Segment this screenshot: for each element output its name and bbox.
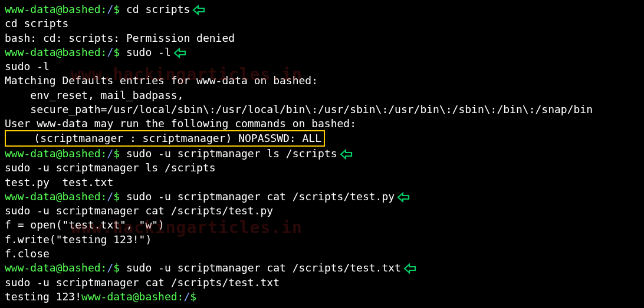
- prompt-user: www-data@bashed: [5, 190, 101, 203]
- terminal-output: bash: cd: scripts: Permission denied: [5, 31, 639, 45]
- terminal-output-highlighted: (scriptmanager : scriptmanager) NOPASSWD…: [5, 131, 639, 147]
- prompt-user: www-data@bashed: [81, 290, 178, 303]
- terminal-line: www-data@bashed:/$ sudo -l: [5, 45, 639, 59]
- cmd-sudo-l: sudo -l: [126, 46, 171, 58]
- prompt-colon: :: [101, 190, 107, 203]
- prompt-user: www-data@bashed: [5, 261, 101, 274]
- prompt-path: /: [107, 147, 113, 160]
- prompt-path: /: [107, 261, 113, 274]
- cmd-cat-txt: sudo -u scriptmanager cat /scripts/test.…: [126, 261, 401, 274]
- terminal-output: f.write("testing 123!"): [5, 233, 639, 247]
- terminal-output: sudo -u scriptmanager ls /scripts: [5, 161, 639, 175]
- prompt-dollar: $: [113, 147, 126, 160]
- prompt-colon: :: [101, 3, 107, 15]
- terminal-output: test.py test.txt: [5, 175, 639, 190]
- terminal-output: User www-data may run the following comm…: [5, 117, 639, 131]
- terminal-output: Matching Defaults entries for www-data o…: [5, 74, 639, 88]
- prompt-dollar: $: [113, 46, 126, 58]
- txt-output: testing 123!: [5, 290, 81, 303]
- prompt-colon: :: [101, 46, 107, 58]
- terminal-line: www-data@bashed:/$ sudo -u scriptmanager…: [5, 261, 639, 275]
- prompt-dollar: $: [113, 190, 126, 203]
- prompt-dollar: $: [113, 261, 126, 274]
- arrow-left-icon: [173, 48, 186, 58]
- prompt-user: www-data@bashed: [5, 147, 101, 160]
- terminal-output: sudo -u scriptmanager cat /scripts/test.…: [5, 276, 639, 290]
- prompt-path: /: [183, 290, 190, 303]
- prompt-colon: :: [178, 290, 184, 303]
- prompt-dollar: $: [190, 290, 203, 303]
- cmd-ls-scripts: sudo -u scriptmanager ls /scripts: [126, 147, 337, 160]
- prompt-path: /: [107, 190, 113, 203]
- prompt-colon: :: [101, 147, 107, 160]
- prompt-user: www-data@bashed: [5, 46, 101, 58]
- terminal-output: env_reset, mail_badpass,: [5, 88, 639, 102]
- highlight-box: (scriptmanager : scriptmanager) NOPASSWD…: [5, 130, 325, 147]
- prompt-path: /: [107, 3, 113, 15]
- arrow-left-icon: [192, 5, 205, 15]
- terminal-output: secure_path=/usr/local/sbin\:/usr/local/…: [5, 102, 639, 117]
- cmd-cd-scripts: cd scripts: [126, 3, 190, 15]
- prompt-user: www-data@bashed: [5, 3, 101, 15]
- prompt-dollar: $: [113, 3, 126, 15]
- nopasswd-text: (scriptmanager : scriptmanager) NOPASSWD…: [8, 132, 321, 144]
- terminal-output: f = open("test.txt", "w"): [5, 218, 639, 232]
- arrow-left-icon: [340, 149, 353, 160]
- terminal-output: sudo -l: [5, 59, 639, 74]
- prompt-path: /: [107, 46, 113, 58]
- terminal-line: www-data@bashed:/$ sudo -u scriptmanager…: [5, 190, 639, 204]
- terminal-line: www-data@bashed:/$ cd scripts: [5, 2, 639, 16]
- terminal-output: f.close: [5, 247, 639, 261]
- arrow-left-icon: [397, 192, 410, 203]
- arrow-left-icon: [403, 263, 416, 274]
- terminal-output: cd scripts: [5, 16, 639, 31]
- terminal-line[interactable]: testing 123!www-data@bashed:/$: [5, 290, 639, 304]
- cmd-cat-py: sudo -u scriptmanager cat /scripts/test.…: [126, 190, 395, 203]
- terminal-output: sudo -u scriptmanager cat /scripts/test.…: [5, 204, 639, 218]
- prompt-colon: :: [101, 261, 107, 274]
- terminal-line: www-data@bashed:/$ sudo -u scriptmanager…: [5, 147, 639, 161]
